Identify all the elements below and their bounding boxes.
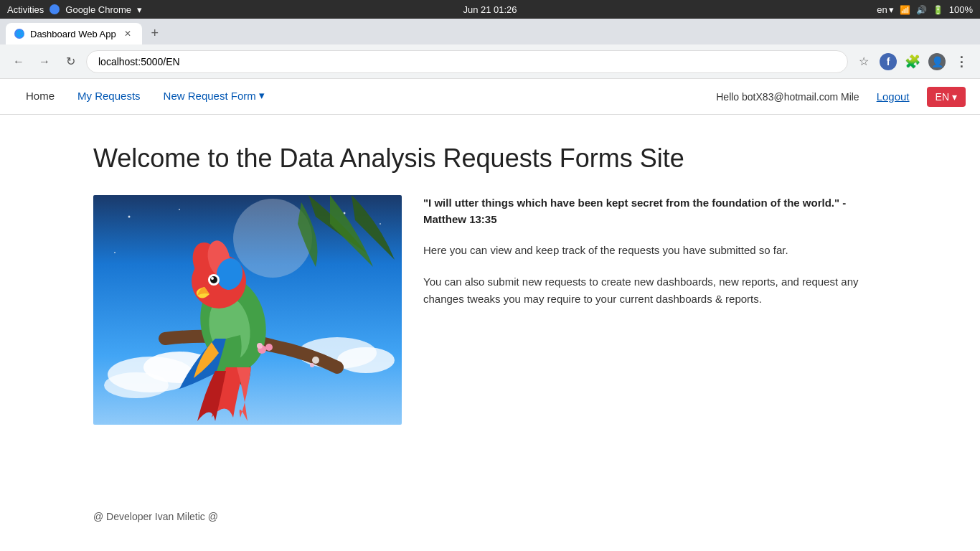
svg-point-11 [114, 252, 116, 253]
tab-favicon: 🌐 [14, 29, 24, 39]
svg-point-24 [312, 357, 319, 364]
bookmark-icon[interactable]: ☆ [854, 52, 874, 72]
tab-bar: 🌐 Dashboard Web App ✕ + [0, 19, 980, 44]
new-tab-button[interactable]: + [145, 23, 165, 43]
os-datetime: Jun 21 01:26 [463, 4, 517, 15]
nav-home[interactable]: Home [14, 80, 66, 114]
content-text: "I will utter things which have been kep… [423, 195, 887, 322]
address-input[interactable] [86, 50, 848, 73]
svg-point-25 [310, 363, 314, 367]
nav-my-requests[interactable]: My Requests [66, 80, 152, 114]
os-lang[interactable]: en ▾ [877, 4, 893, 15]
content-row: "I will utter things which have been kep… [93, 195, 887, 425]
address-bar-icons: ☆ f 🧩 👤 ⋮ [854, 52, 971, 72]
activities-label[interactable]: Activities [7, 4, 44, 15]
facebook-extension-icon[interactable]: f [878, 52, 898, 72]
extensions-icon[interactable]: 🧩 [903, 52, 923, 72]
svg-point-10 [380, 223, 381, 225]
description1: Here you can view and keep track of the … [423, 242, 887, 259]
os-bar-right: en ▾ 100% [877, 4, 973, 15]
address-bar: ← → ↻ ☆ f 🧩 👤 ⋮ [0, 44, 980, 79]
nav-user-greeting: Hello botX83@hotmail.com Mile [716, 91, 859, 103]
language-button[interactable]: EN ▾ [927, 87, 966, 107]
parrot-image [93, 195, 402, 425]
os-bar-left: Activities Google Chrome ▾ [7, 4, 142, 15]
svg-point-22 [257, 343, 263, 349]
account-icon[interactable]: 👤 [927, 52, 947, 72]
app-nav: Home My Requests New Request Form ▾ Hell… [0, 79, 980, 115]
wifi-icon [900, 4, 910, 15]
svg-point-19 [210, 276, 217, 283]
forward-button[interactable]: → [34, 52, 55, 72]
browser-favicon [50, 4, 60, 14]
new-request-dropdown-arrow: ▾ [259, 89, 265, 102]
chrome-menu-icon[interactable]: ⋮ [951, 52, 971, 72]
os-dropdown-arrow[interactable]: ▾ [137, 4, 142, 15]
footer: @ Developer Ivan Miletic @ [0, 496, 980, 537]
tab-title: Dashboard Web App [30, 29, 116, 39]
svg-point-4 [104, 372, 169, 398]
quote-text: "I will utter things which have been kep… [423, 195, 887, 227]
nav-new-request[interactable]: New Request Form ▾ [152, 79, 276, 114]
volume-icon [916, 4, 927, 15]
page-title: Welcome to the Data Analysis Requests Fo… [93, 143, 887, 174]
active-tab[interactable]: 🌐 Dashboard Web App ✕ [6, 23, 142, 44]
svg-point-6 [337, 347, 395, 373]
nav-logout[interactable]: Logout [871, 80, 915, 113]
battery-icon [933, 4, 943, 15]
profile-icon: 👤 [928, 53, 946, 70]
browser-name-label[interactable]: Google Chrome [65, 4, 131, 15]
svg-point-20 [211, 277, 214, 280]
description2: You can also submit new requests to crea… [423, 273, 887, 308]
zoom-level: 100% [949, 4, 973, 15]
svg-point-23 [265, 344, 273, 351]
reload-button[interactable]: ↻ [60, 52, 80, 72]
svg-point-7 [128, 216, 131, 218]
footer-text: @ Developer Ivan Miletic @ [93, 511, 218, 522]
main-content: Welcome to the Data Analysis Requests Fo… [0, 115, 980, 453]
os-bar: Activities Google Chrome ▾ Jun 21 01:26 … [0, 0, 980, 19]
tab-close-button[interactable]: ✕ [122, 28, 133, 39]
facebook-icon: f [880, 53, 897, 70]
svg-point-8 [179, 209, 180, 210]
back-button[interactable]: ← [9, 52, 29, 72]
